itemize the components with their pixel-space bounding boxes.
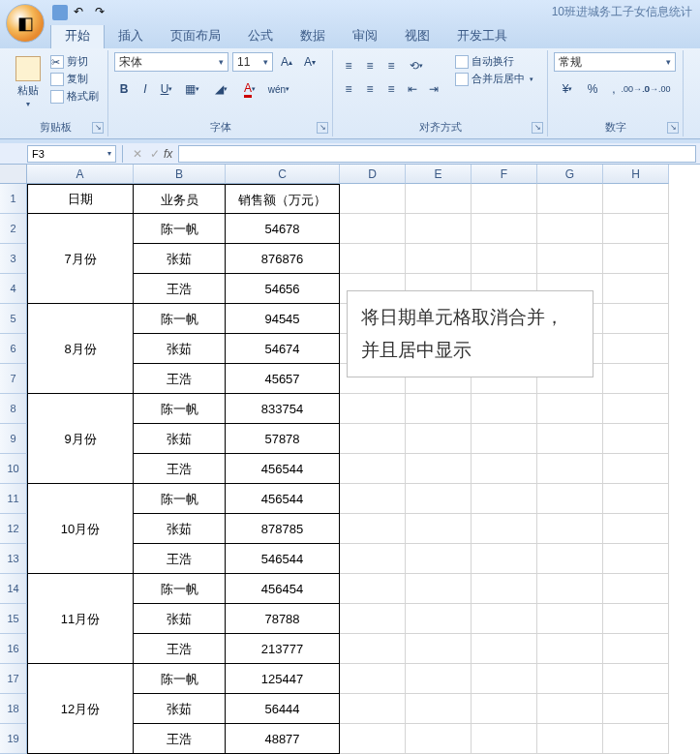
cell[interactable]: 张茹 [134,334,226,364]
cell[interactable]: 876876 [226,244,340,274]
cell[interactable] [340,454,406,484]
cell[interactable]: 7月份 [27,214,134,304]
cell[interactable] [537,724,603,754]
number-dialog-launcher[interactable]: ↘ [667,122,679,134]
cell[interactable]: 王浩 [134,634,226,664]
cell[interactable] [340,394,406,424]
cell[interactable] [537,604,603,634]
row-header-19[interactable]: 19 [0,724,27,754]
cell[interactable] [340,544,406,574]
tab-page-layout[interactable]: 页面布局 [157,23,234,48]
cell[interactable] [340,574,406,604]
cell[interactable]: 业务员 [134,184,226,214]
row-header-14[interactable]: 14 [0,574,27,604]
borders-button[interactable]: ▦▾ [178,79,205,99]
cell[interactable] [537,424,603,454]
cell[interactable] [340,514,406,544]
italic-button[interactable]: I [136,79,155,99]
clipboard-dialog-launcher[interactable]: ↘ [92,122,104,134]
cell[interactable] [537,454,603,484]
cell[interactable] [603,364,669,394]
cell[interactable] [472,694,537,724]
cell[interactable]: 陈一帆 [134,304,226,334]
row-header-9[interactable]: 9 [0,424,27,454]
cell[interactable] [406,454,472,484]
cell[interactable] [472,184,537,214]
cell[interactable] [603,244,669,274]
row-header-11[interactable]: 11 [0,484,27,514]
cell[interactable]: 56444 [226,694,340,724]
cell[interactable]: 456454 [226,574,340,604]
cell[interactable]: 125447 [226,664,340,694]
row-header-4[interactable]: 4 [0,274,27,304]
cell[interactable]: 57878 [226,424,340,454]
cell[interactable]: 陈一帆 [134,574,226,604]
cell[interactable] [340,244,406,274]
percent-button[interactable]: % [583,79,602,99]
cell[interactable] [603,634,669,664]
cell[interactable] [537,184,603,214]
cell[interactable] [603,484,669,514]
cell[interactable]: 张茹 [134,244,226,274]
row-header-6[interactable]: 6 [0,334,27,364]
cell[interactable] [537,664,603,694]
cell-grid[interactable]: 业务员销售额（万元）陈一帆54678张茹876876王浩54656陈一帆9454… [27,184,669,754]
row-header-15[interactable]: 15 [0,604,27,634]
cell[interactable] [603,514,669,544]
cell[interactable] [537,634,603,664]
cell[interactable] [603,604,669,634]
cell[interactable] [472,634,537,664]
fill-color-button[interactable]: ◢▾ [207,79,234,99]
align-center-button[interactable]: ≡ [360,79,380,99]
tab-developer[interactable]: 开发工具 [443,23,521,48]
cell[interactable] [406,634,472,664]
cell[interactable] [472,454,537,484]
align-dialog-launcher[interactable]: ↘ [532,122,543,134]
cell[interactable] [406,724,472,754]
cell[interactable] [603,214,669,244]
cell[interactable]: 11月份 [27,574,134,664]
cell[interactable]: 张茹 [134,424,226,454]
cell[interactable] [603,574,669,604]
tab-data[interactable]: 数据 [287,23,339,48]
cell[interactable]: 陈一帆 [134,214,226,244]
cell[interactable] [537,484,603,514]
cell[interactable] [603,304,669,334]
cell[interactable]: 王浩 [134,274,226,304]
tab-review[interactable]: 审阅 [339,23,391,48]
merge-center-button[interactable]: 合并后居中▾ [455,72,533,86]
cancel-icon[interactable]: ✕ [133,147,142,161]
cell[interactable] [603,544,669,574]
row-header-2[interactable]: 2 [0,214,27,244]
cell[interactable]: 12月份 [27,664,134,754]
cut-button[interactable]: ✂剪切 [50,54,99,69]
cell[interactable]: 9月份 [27,394,134,484]
cell[interactable]: 45657 [226,364,340,394]
cell[interactable] [472,244,537,274]
instruction-textbox[interactable]: 将日期单元格取消合并，并且居中显示 [347,290,593,377]
font-name-combo[interactable]: 宋体▾ [114,52,228,72]
tab-formulas[interactable]: 公式 [234,23,287,48]
phonetic-button[interactable]: wén▾ [265,79,292,99]
cell[interactable] [340,604,406,634]
cell[interactable] [603,454,669,484]
increase-indent-button[interactable]: ⇥ [424,79,443,99]
cell[interactable]: 48877 [226,724,340,754]
decrease-font-button[interactable]: A▾ [300,52,320,72]
cell[interactable]: 王浩 [134,454,226,484]
row-header-8[interactable]: 8 [0,394,27,424]
cell[interactable] [340,664,406,694]
font-color-button[interactable]: A▾ [236,79,263,99]
cell[interactable]: 54656 [226,274,340,304]
office-button[interactable]: ◧ [6,4,45,43]
select-all-corner[interactable] [0,165,27,184]
cell[interactable] [406,214,472,244]
align-right-button[interactable]: ≡ [381,79,401,99]
cell[interactable] [537,214,603,244]
col-header-C[interactable]: C [226,165,340,184]
tab-insert[interactable]: 插入 [105,23,157,48]
cell[interactable]: 94545 [226,304,340,334]
copy-button[interactable]: 复制 [50,72,99,86]
cell[interactable] [340,184,406,214]
cell[interactable] [340,634,406,664]
